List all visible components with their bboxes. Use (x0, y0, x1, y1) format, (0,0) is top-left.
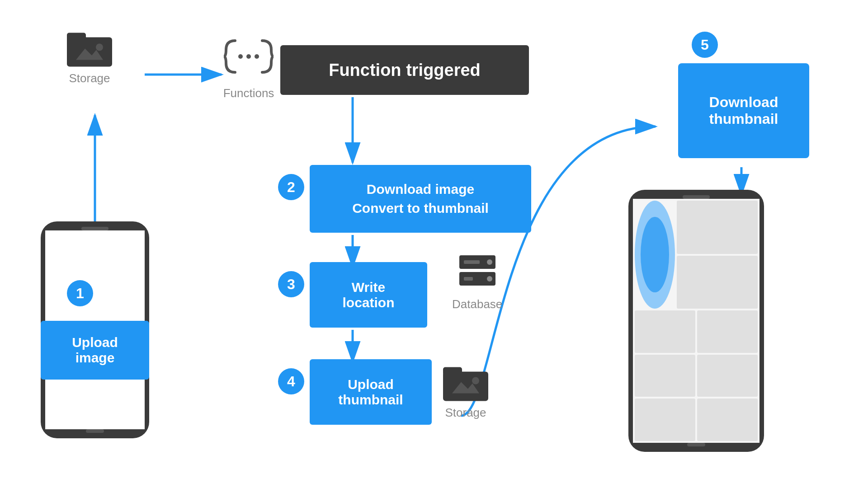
function-triggered-box: Function triggered (280, 45, 529, 95)
phone-1-speaker (81, 227, 108, 230)
storage-label-2: Storage (445, 406, 486, 420)
phone-2-home (687, 443, 705, 446)
svg-point-12 (96, 44, 103, 51)
step-5-badge: 5 (692, 32, 718, 58)
svg-rect-17 (464, 260, 480, 264)
download-thumbnail-box: Downloadthumbnail (678, 63, 809, 158)
functions-icon-container: Functions (222, 36, 276, 100)
svg-rect-23 (443, 367, 462, 375)
upload-thumbnail-label: Uploadthumbnail (338, 377, 403, 408)
upload-image-box: Uploadimage (41, 321, 149, 380)
svg-point-21 (487, 276, 492, 282)
phone-2-screen (633, 199, 760, 443)
phone-2-top-row (635, 201, 758, 309)
functions-label: Functions (223, 86, 274, 100)
phone-2-speaker (683, 195, 710, 199)
phone-2-content (633, 199, 760, 443)
functions-icon (222, 36, 276, 83)
svg-point-18 (487, 259, 492, 265)
function-triggered-label: Function triggered (329, 61, 481, 80)
database-icon-container: Database (452, 253, 502, 311)
svg-rect-20 (464, 277, 473, 281)
storage-icon-2: Storage (443, 361, 488, 420)
phone-2 (628, 190, 764, 452)
write-location-box: Writelocation (310, 262, 427, 328)
download-convert-label: Download imageConvert to thumbnail (352, 180, 489, 218)
upload-image-label: Uploadimage (72, 335, 118, 366)
step-3-badge: 3 (278, 271, 304, 297)
svg-point-14 (246, 54, 251, 59)
database-label: Database (452, 297, 502, 311)
step-2-badge: 2 (278, 174, 304, 200)
download-convert-box: Download imageConvert to thumbnail (310, 165, 531, 233)
write-location-label: Writelocation (342, 280, 394, 310)
storage-label-1: Storage (69, 71, 110, 85)
storage-icon-1: Storage (67, 27, 112, 85)
phone-1-home (86, 429, 104, 433)
upload-thumbnail-box: Uploadthumbnail (310, 359, 432, 425)
svg-rect-10 (67, 33, 86, 41)
phone-2-grid (635, 310, 758, 441)
svg-rect-22 (443, 372, 488, 401)
phone-2-highlight-cell (635, 201, 675, 309)
download-thumbnail-label: Downloadthumbnail (709, 94, 778, 127)
svg-point-25 (472, 377, 479, 385)
diagram: 1 Uploadimage Storage (0, 0, 868, 488)
storage-folder-svg (67, 27, 112, 68)
step-1-badge: 1 (67, 280, 93, 306)
svg-point-15 (255, 54, 259, 59)
step-4-badge: 4 (278, 368, 304, 394)
svg-point-13 (238, 54, 243, 59)
